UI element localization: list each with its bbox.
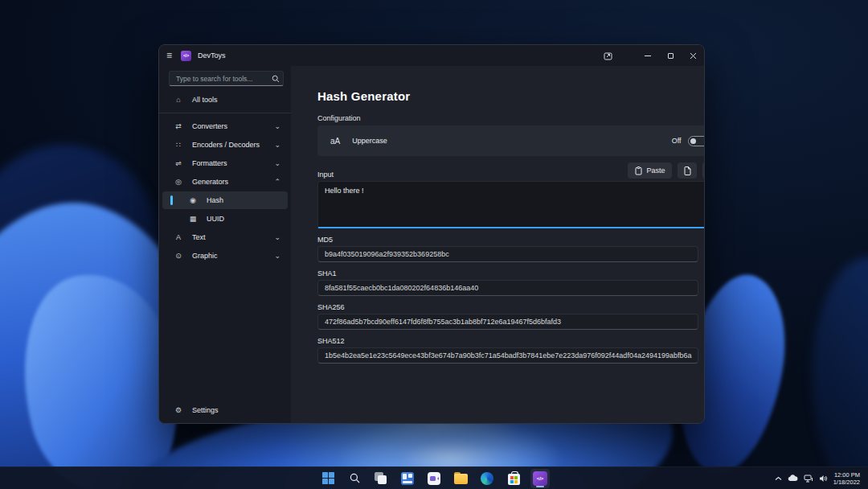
sidebar-item-formatters[interactable]: ⇌ Formatters ⌄ — [162, 154, 288, 172]
minimize-button[interactable] — [637, 45, 659, 66]
devtoys-icon: </> — [533, 471, 547, 486]
sidebar: ⌂ All tools ⇄ Converters ⌄ ∷ Encoders / … — [159, 66, 291, 424]
sha512-value: 1b5e4b2ea5e1e23c5649ece43bf3e674b7a90b3f… — [325, 351, 691, 360]
sidebar-item-graphic[interactable]: ⊙ Graphic ⌄ — [162, 247, 288, 265]
sidebar-item-settings[interactable]: ⚙ Settings — [162, 401, 288, 419]
sidebar-item-label: All tools — [192, 96, 218, 104]
network-icon — [804, 475, 813, 483]
hamburger-menu-icon[interactable]: ≡ — [166, 51, 172, 60]
sidebar-item-label: Converters — [192, 122, 227, 130]
sidebar-item-uuid[interactable]: ▦ UUID — [162, 210, 288, 228]
task-view-button[interactable] — [371, 469, 391, 488]
edge-button[interactable] — [477, 469, 497, 488]
sidebar-item-label: UUID — [207, 215, 224, 223]
sha512-row: 1b5e4b2ea5e1e23c5649ece43bf3e674b7a90b3f… — [317, 347, 705, 364]
widgets-button[interactable] — [398, 469, 417, 488]
sha512-label: SHA512 — [317, 337, 705, 345]
chevron-down-icon[interactable]: ⌄ — [274, 141, 280, 149]
start-button[interactable] — [318, 469, 338, 488]
input-textarea[interactable]: Hello there ! — [317, 181, 705, 228]
maximize-icon — [668, 53, 674, 59]
devtoys-logo-icon: </> — [181, 51, 191, 61]
graphic-tools-icon: ⊙ — [174, 252, 183, 260]
clock[interactable]: 12:00 PM 1/18/2022 — [833, 471, 860, 486]
uppercase-setting-card: aA Uppercase Off — [317, 125, 705, 156]
microsoft-store-icon — [508, 474, 520, 485]
sidebar-item-hash[interactable]: ◉ Hash — [162, 191, 288, 209]
compact-overlay-button[interactable] — [596, 45, 619, 66]
uppercase-toggle[interactable] — [688, 136, 705, 146]
chevron-down-icon[interactable]: ⌄ — [274, 233, 280, 241]
maximize-button[interactable] — [659, 45, 682, 66]
page-title: Hash Generator — [317, 89, 705, 103]
home-icon: ⌂ — [174, 96, 183, 104]
sidebar-item-label: Graphic — [192, 252, 218, 260]
sha512-output-field[interactable]: 1b5e4b2ea5e1e23c5649ece43bf3e674b7a90b3f… — [317, 347, 698, 364]
speaker-icon — [819, 475, 828, 483]
md5-label: MD5 — [317, 236, 705, 244]
clipboard-icon — [635, 166, 642, 175]
hash-icon: ◉ — [188, 196, 198, 204]
windows-start-icon — [322, 472, 334, 484]
sidebar-divider — [159, 113, 291, 113]
md5-value: b9a4f035019096a2f939352b369258bc — [325, 250, 449, 258]
volume-tray-button[interactable] — [819, 475, 828, 483]
store-button[interactable] — [504, 469, 523, 488]
search-icon[interactable] — [268, 75, 283, 83]
clock-time: 12:00 PM — [833, 471, 860, 479]
tray-overflow-button[interactable] — [775, 476, 782, 481]
sidebar-item-converters[interactable]: ⇄ Converters ⌄ — [162, 117, 288, 135]
cloud-icon — [788, 475, 798, 482]
taskbar: </> — [0, 466, 868, 489]
sidebar-item-label: Hash — [207, 196, 223, 204]
formatters-icon: ⇌ — [174, 159, 183, 167]
network-tray-button[interactable] — [804, 475, 813, 483]
paste-button-label: Paste — [646, 166, 665, 175]
sidebar-item-encoders-decoders[interactable]: ∷ Encoders / Decoders ⌄ — [162, 136, 288, 154]
file-explorer-button[interactable] — [451, 469, 470, 488]
taskbar-search-button[interactable] — [345, 469, 364, 488]
chat-icon — [428, 472, 440, 485]
sha1-label: SHA1 — [317, 269, 705, 277]
sidebar-item-text[interactable]: A Text ⌄ — [162, 228, 288, 246]
file-explorer-icon — [454, 474, 468, 484]
sidebar-item-label: Formatters — [192, 159, 227, 167]
sidebar-item-label: Generators — [192, 178, 228, 186]
chat-button[interactable] — [424, 469, 444, 488]
close-icon — [690, 52, 697, 60]
configuration-heading: Configuration — [317, 114, 705, 122]
paste-button[interactable]: Paste — [628, 162, 672, 179]
sha1-value: 8fa581f55caecb0bc1da080202f64836b146aa40 — [325, 284, 478, 292]
titlebar: ≡ </> DevToys — [159, 45, 704, 66]
load-file-button[interactable] — [678, 162, 697, 179]
chevron-down-icon[interactable]: ⌄ — [274, 252, 280, 260]
sha256-output-field[interactable]: 472f86ad5b7bcd90eff6147fd6f8fb755ac3b1ab… — [317, 314, 698, 330]
sha256-value: 472f86ad5b7bcd90eff6147fd6f8fb755ac3b1ab… — [325, 318, 561, 326]
uppercase-label: Uppercase — [352, 137, 387, 145]
toggle-knob — [690, 138, 696, 144]
edge-icon — [481, 472, 493, 485]
gear-icon: ⚙ — [174, 406, 183, 414]
minimize-icon — [645, 55, 651, 56]
sidebar-item-all-tools[interactable]: ⌂ All tools — [162, 91, 288, 109]
close-button[interactable] — [682, 45, 704, 66]
sha256-row: 472f86ad5b7bcd90eff6147fd6f8fb755ac3b1ab… — [317, 314, 705, 330]
tool-search-box[interactable] — [169, 71, 284, 86]
chevron-down-icon[interactable]: ⌄ — [274, 122, 280, 130]
desktop: ≡ </> DevToys — [0, 0, 868, 489]
chevron-up-icon[interactable]: ⌃ — [274, 178, 280, 186]
chevron-down-icon[interactable]: ⌄ — [274, 159, 280, 167]
sidebar-item-label: Settings — [192, 406, 219, 414]
devtoys-taskbar-button[interactable]: </> — [530, 469, 550, 488]
sidebar-item-label: Encoders / Decoders — [192, 141, 260, 149]
system-tray: 12:00 PM 1/18/2022 — [775, 467, 868, 489]
clear-input-button[interactable]: × — [702, 162, 705, 179]
onedrive-tray-button[interactable] — [788, 475, 798, 482]
md5-output-field[interactable]: b9a4f035019096a2f939352b369258bc — [317, 246, 698, 262]
sidebar-item-generators[interactable]: ◎ Generators ⌃ — [162, 173, 288, 191]
compact-overlay-icon — [604, 51, 612, 60]
uppercase-icon: aA — [330, 137, 340, 146]
sha1-output-field[interactable]: 8fa581f55caecb0bc1da080202f64836b146aa40 — [317, 280, 698, 296]
sha1-row: 8fa581f55caecb0bc1da080202f64836b146aa40 — [317, 280, 705, 296]
search-input[interactable] — [170, 75, 268, 83]
